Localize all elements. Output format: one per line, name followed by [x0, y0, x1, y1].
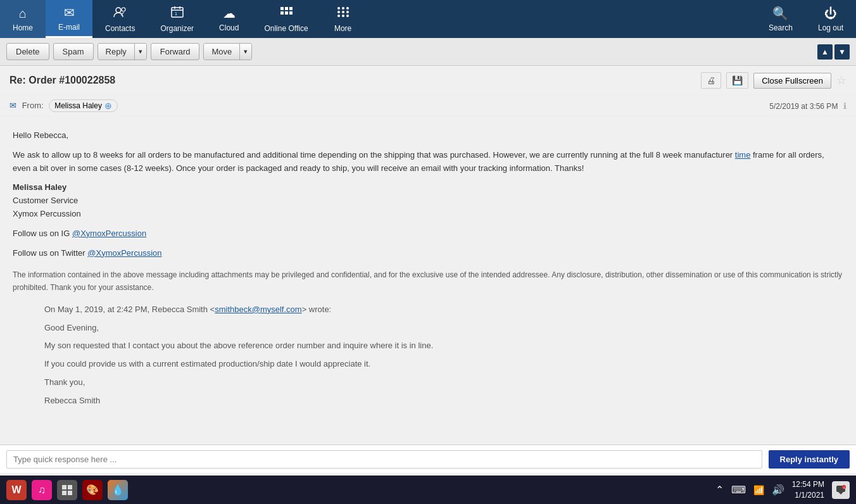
from-envelope-icon: ✉: [9, 101, 16, 110]
svg-rect-11: [285, 11, 288, 15]
svg-rect-7: [280, 7, 284, 10]
taskbar-app-music[interactable]: ♫: [32, 480, 52, 500]
star-icon[interactable]: ☆: [836, 73, 847, 87]
quoted-sender: Rebecca Smith: [44, 394, 843, 408]
taskbar-app-paint[interactable]: 🎨: [82, 480, 103, 500]
save-button[interactable]: 💾: [726, 72, 748, 89]
taskbar-wifi-icon: 📶: [753, 485, 764, 495]
spam-button[interactable]: Spam: [53, 43, 94, 60]
svg-rect-9: [289, 7, 293, 10]
nav-cloud-label: Cloud: [219, 23, 239, 32]
twitter-follow-text: Follow us on Twitter: [13, 248, 87, 258]
svg-rect-8: [285, 7, 288, 10]
svg-point-19: [337, 15, 340, 17]
email-body: Hello Rebecca, We ask to allow up to 8 w…: [0, 117, 856, 425]
ig-link[interactable]: @XymoxPercussion: [72, 229, 146, 238]
ig-follow-text: Follow us on IG: [13, 229, 72, 238]
nav-search[interactable]: 🔍 Search: [756, 0, 805, 38]
nav-logout[interactable]: ⏻ Log out: [805, 0, 856, 38]
print-button[interactable]: 🖨: [701, 72, 721, 89]
social-twitter: Follow us on Twitter @XymoxPercussion: [13, 247, 843, 260]
scroll-down-button[interactable]: ▼: [834, 44, 850, 60]
nav-home-label: Home: [13, 23, 33, 32]
contacts-icon: [113, 6, 127, 22]
taskbar: W ♫ 🎨 💧 ⌃ ⌨ 📶 🔊 12:54 PM 1/1/2021: [0, 476, 856, 504]
svg-text:1: 1: [175, 11, 177, 16]
online-office-icon: [279, 6, 293, 22]
quoted-greeting: Good Evening,: [44, 322, 843, 335]
nav-home[interactable]: ⌂ Home: [0, 0, 46, 38]
quick-reply-input[interactable]: [6, 450, 762, 469]
taskbar-notification-icon[interactable]: 1: [832, 481, 850, 499]
power-icon: ⏻: [824, 6, 837, 21]
nav-email-label: E-mail: [58, 23, 80, 32]
svg-point-15: [346, 7, 349, 9]
email-scroll-area[interactable]: Re: Order #100022858 🖨 💾 Close Fullscree…: [0, 66, 856, 444]
close-fullscreen-button[interactable]: Close Fullscreen: [753, 73, 831, 89]
move-split-button: Move ▾: [203, 43, 252, 60]
email-toolbar: Delete Spam Reply ▾ Forward Move ▾ ▲ ▼: [0, 38, 856, 66]
nav-organizer[interactable]: 1 Organizer: [148, 0, 206, 38]
time-link[interactable]: time: [735, 150, 751, 160]
sender-badge: Melissa Haley ⊕: [49, 99, 118, 112]
svg-point-0: [116, 8, 121, 13]
top-navigation: ⌂ Home ✉ E-mail Contacts 1 Organiz: [0, 0, 856, 38]
email-header-actions: 🖨 💾 Close Fullscreen ☆: [701, 72, 847, 89]
sender-signature: Melissa Haley Customer Service Xymox Per…: [13, 181, 843, 220]
svg-point-14: [342, 7, 344, 9]
taskbar-keyboard-icon: ⌨: [731, 484, 746, 496]
forward-button[interactable]: Forward: [151, 43, 200, 60]
taskbar-right: ⌃ ⌨ 📶 🔊 12:54 PM 1/1/2021 1: [715, 479, 850, 501]
taskbar-chevron-up[interactable]: ⌃: [715, 484, 724, 496]
body-paragraph-1: We ask to allow up to 8 weeks for all or…: [13, 149, 843, 175]
taskbar-app-office[interactable]: W: [6, 480, 27, 500]
nav-contacts[interactable]: Contacts: [92, 0, 148, 38]
scroll-buttons: ▲ ▼: [817, 44, 850, 60]
reply-instantly-button[interactable]: Reply instantly: [769, 450, 850, 469]
sender-name-badge: Melissa Haley: [54, 101, 102, 110]
taskbar-app-waterdrop[interactable]: 💧: [108, 480, 128, 500]
svg-point-16: [337, 11, 340, 13]
email-header: Re: Order #100022858 🖨 💾 Close Fullscree…: [0, 66, 856, 96]
nav-online-office-label: Online Office: [264, 24, 308, 33]
nav-contacts-label: Contacts: [105, 24, 135, 33]
reply-dropdown-arrow[interactable]: ▾: [134, 44, 146, 60]
delete-button[interactable]: Delete: [6, 43, 49, 60]
svg-rect-12: [289, 11, 293, 15]
nav-more[interactable]: More: [321, 0, 365, 38]
email-date: 5/2/2019 at 3:56 PM: [769, 102, 838, 111]
email-date-section: 5/2/2019 at 3:56 PM ℹ: [769, 101, 847, 111]
add-contact-icon[interactable]: ⊕: [104, 101, 112, 111]
reply-split-button: Reply ▾: [98, 43, 147, 60]
svg-rect-2: [172, 8, 183, 17]
taskbar-app-grid[interactable]: [57, 480, 77, 500]
paint-icon: 🎨: [86, 484, 99, 496]
move-dropdown-arrow[interactable]: ▾: [239, 44, 251, 60]
sender-title: Customer Service: [13, 196, 78, 205]
nav-email[interactable]: ✉ E-mail: [46, 0, 92, 38]
nav-online-office[interactable]: Online Office: [251, 0, 320, 38]
office-icon: W: [11, 484, 21, 496]
nav-cloud[interactable]: ☁ Cloud: [206, 0, 251, 38]
cloud-icon: ☁: [223, 6, 236, 21]
email-subject: Re: Order #100022858: [9, 75, 115, 86]
twitter-link[interactable]: @XymoxPercussion: [87, 248, 161, 258]
quoted-thanks: Thank you,: [44, 376, 843, 389]
svg-point-1: [122, 8, 125, 11]
info-icon[interactable]: ℹ: [843, 101, 847, 111]
quoted-header: On May 1, 2019, at 2:42 PM, Rebecca Smit…: [44, 303, 843, 317]
reply-main-button[interactable]: Reply: [98, 44, 134, 60]
organizer-icon: 1: [171, 6, 184, 22]
move-main-button[interactable]: Move: [204, 44, 239, 60]
social-ig: Follow us on IG @XymoxPercussion: [13, 227, 843, 241]
disclaimer-text: The information contained in the above m…: [13, 269, 843, 293]
taskbar-time-display: 12:54 PM: [792, 479, 824, 490]
quoted-email-link[interactable]: smithbeck@myself.com: [215, 305, 301, 314]
quoted-para2: If you could provide us with a current e…: [44, 358, 843, 371]
scroll-up-button[interactable]: ▲: [817, 44, 833, 60]
taskbar-date-display: 1/1/2021: [792, 490, 824, 501]
svg-rect-25: [68, 491, 72, 495]
nav-logout-label: Log out: [818, 23, 843, 32]
home-icon: ⌂: [19, 6, 27, 21]
email-icon: ✉: [64, 5, 75, 20]
